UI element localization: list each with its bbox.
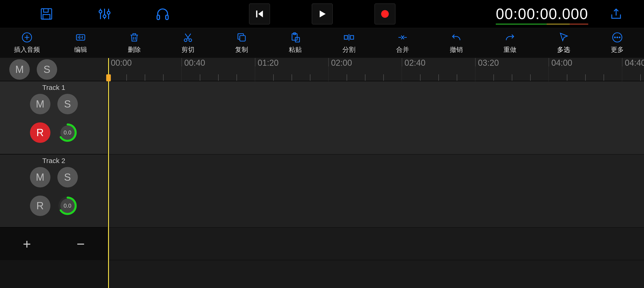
timecode-value: 00:00:00.000 xyxy=(496,6,588,22)
track2-volume-value: 0.0 xyxy=(64,202,71,209)
edit-more[interactable]: 更多 xyxy=(590,28,644,58)
copy-icon xyxy=(236,32,247,43)
track2-mute-button[interactable]: M xyxy=(30,167,50,188)
paste-icon xyxy=(290,32,301,43)
ruler-tick: 02:40 xyxy=(402,58,426,66)
panel-remainder xyxy=(0,260,108,288)
edit-label: 合并 xyxy=(396,45,409,54)
edit-paste[interactable]: 粘贴 xyxy=(268,28,322,58)
svg-rect-18 xyxy=(350,36,354,39)
svg-rect-6 xyxy=(166,15,168,20)
merge-icon xyxy=(397,32,408,43)
svg-rect-13 xyxy=(240,36,245,41)
track-lane-2[interactable] xyxy=(108,154,644,228)
edit-delete[interactable]: 删除 xyxy=(107,28,161,58)
ruler-tick: 02:00 xyxy=(328,58,352,66)
mixer-button[interactable] xyxy=(95,5,114,23)
playhead-handle[interactable] xyxy=(106,74,111,81)
svg-rect-5 xyxy=(157,15,160,20)
edit-toolbar: 插入音频 编辑 删除 剪切 复制 粘贴 分割 合并 撤销 重做 多选 xyxy=(0,28,644,58)
level-meter xyxy=(496,24,588,25)
svg-point-11 xyxy=(184,39,187,42)
svg-point-21 xyxy=(617,37,618,38)
play-button[interactable] xyxy=(312,4,333,24)
edit-insert-audio[interactable]: 插入音频 xyxy=(0,28,54,58)
edit-label: 撤销 xyxy=(450,45,463,54)
svg-point-3 xyxy=(103,15,106,18)
time-ruler[interactable]: 00:0000:4001:2002:0002:4003:2004:0004:40 xyxy=(108,58,644,81)
edit-multiselect[interactable]: 多选 xyxy=(537,28,590,58)
track1-mute-button[interactable]: M xyxy=(30,94,50,114)
undo-icon xyxy=(451,32,462,43)
track1-volume-value: 0.0 xyxy=(64,129,71,136)
more-icon xyxy=(612,32,623,43)
svg-rect-10 xyxy=(76,34,85,40)
rewind-button[interactable] xyxy=(249,4,270,24)
ruler-tick: 01:20 xyxy=(255,58,278,66)
edit-label: 粘贴 xyxy=(289,45,302,54)
headphones-button[interactable] xyxy=(153,5,172,23)
split-icon xyxy=(343,32,354,43)
track2-volume-knob[interactable]: 0.0 xyxy=(58,196,78,216)
trash-icon xyxy=(129,32,140,43)
main-area: M S Track 1 M S R 0.0 xyxy=(0,58,644,288)
master-solo-button[interactable]: S xyxy=(37,59,57,80)
top-left-group xyxy=(5,5,172,23)
edit-copy[interactable]: 复制 xyxy=(215,28,268,58)
track-header-1[interactable]: Track 1 M S R 0.0 xyxy=(0,81,108,154)
svg-point-12 xyxy=(189,39,192,42)
edit-cut[interactable]: 剪切 xyxy=(161,28,215,58)
add-track-button[interactable]: + xyxy=(0,228,54,260)
cursor-icon xyxy=(558,32,569,43)
edit-label: 编辑 xyxy=(74,45,87,54)
track-name: Track 2 xyxy=(42,157,65,165)
track2-solo-button[interactable]: S xyxy=(58,167,78,188)
edit-undo[interactable]: 撤销 xyxy=(429,28,483,58)
track-lane-empty xyxy=(108,228,644,260)
remove-track-button[interactable]: − xyxy=(54,228,108,260)
edit-label: 分割 xyxy=(342,45,356,54)
ruler-tick: 04:40 xyxy=(622,58,644,66)
share-button[interactable] xyxy=(607,5,626,23)
edit-label: 复制 xyxy=(235,45,248,54)
timeline-area[interactable]: 00:0000:4001:2002:0002:4003:2004:0004:40 xyxy=(108,58,644,288)
plus-circle-icon xyxy=(21,32,32,43)
track-lanes xyxy=(108,81,644,288)
edit-edit[interactable]: 编辑 xyxy=(54,28,107,58)
ruler-tick: 00:00 xyxy=(108,58,132,66)
track-lane-remainder xyxy=(108,260,644,288)
edit-label: 更多 xyxy=(611,45,624,54)
save-button[interactable] xyxy=(37,5,56,23)
track1-solo-button[interactable]: S xyxy=(58,94,78,114)
ruler-tick: 00:40 xyxy=(182,58,205,66)
edit-merge[interactable]: 合并 xyxy=(376,28,429,58)
master-mute-button[interactable]: M xyxy=(9,59,30,80)
track2-record-button[interactable]: R xyxy=(30,196,50,216)
track1-record-button[interactable]: R xyxy=(30,122,50,143)
track1-volume-knob[interactable]: 0.0 xyxy=(58,122,78,143)
edit-label: 重做 xyxy=(504,45,516,54)
edit-label: 删除 xyxy=(128,45,141,54)
edit-redo[interactable]: 重做 xyxy=(483,28,537,58)
master-row: M S xyxy=(0,58,108,81)
scissors-icon xyxy=(182,32,194,43)
track-lane-1[interactable] xyxy=(108,81,644,154)
ruler-tick: 03:20 xyxy=(475,58,499,66)
record-button[interactable] xyxy=(374,4,396,24)
svg-rect-1 xyxy=(43,15,50,19)
edit-label: 剪切 xyxy=(182,45,194,54)
track-name: Track 1 xyxy=(42,84,65,92)
edit-label: 插入音频 xyxy=(14,45,40,54)
ruler-tick: 04:00 xyxy=(548,58,572,66)
playhead[interactable] xyxy=(108,58,109,288)
top-toolbar: 00:00:00.000 xyxy=(0,0,644,28)
transport-group xyxy=(172,4,472,24)
redo-icon xyxy=(504,32,516,43)
add-remove-row: + − xyxy=(0,228,108,260)
svg-point-2 xyxy=(99,10,102,13)
svg-rect-17 xyxy=(344,36,348,39)
timecode-display: 00:00:00.000 xyxy=(496,5,588,22)
svg-point-22 xyxy=(619,37,620,38)
track-header-2[interactable]: Track 2 M S R 0.0 xyxy=(0,154,108,228)
edit-split[interactable]: 分割 xyxy=(322,28,376,58)
